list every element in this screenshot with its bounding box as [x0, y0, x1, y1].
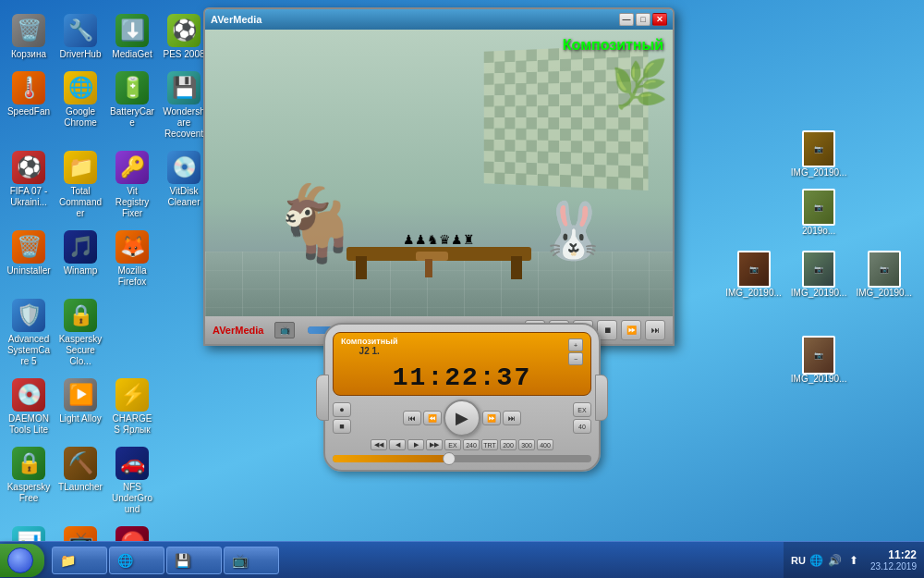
- taskbar-ie-icon: 🌐: [117, 553, 133, 568]
- charges-label: CHARGES Ярлык: [110, 413, 154, 436]
- taskbar-explorer[interactable]: 📁: [52, 547, 107, 574]
- maximize-button[interactable]: □: [636, 13, 650, 26]
- char-left: 🐐: [270, 187, 362, 261]
- avermedia-window[interactable]: AVerMedia — □ ✕: [203, 7, 675, 346]
- remote-mini-3[interactable]: ▶: [407, 439, 424, 450]
- icon-chrome[interactable]: 🌐 Google Chrome: [56, 68, 104, 143]
- kaspersky-secure-icon: 🔒: [64, 299, 97, 332]
- vit-registry-label: Vit Registry Fixer: [110, 186, 154, 219]
- icon-advanced-systemcare[interactable]: 🛡️ Advanced SystemCare 5: [5, 295, 53, 371]
- remote-mini-6[interactable]: 240: [463, 439, 480, 450]
- remote-slider-thumb[interactable]: [443, 452, 456, 465]
- advanced-systemcare-label: Advanced SystemCare 5: [6, 334, 51, 367]
- chrome-label: Google Chrome: [58, 106, 103, 129]
- vit-disk-label: VitDisk Cleaner: [162, 186, 206, 208]
- icon-light-alloy[interactable]: ▶️ Light Alloy: [56, 375, 104, 439]
- desktop-icons-left: 🗑️ Корзина 🔧 DriverHub ⬇️ MediaGet ⚽ PES…: [5, 5, 208, 578]
- icon-firefox[interactable]: 🦊 Mozilla Firefox: [108, 227, 156, 291]
- icon-wondershare[interactable]: 💾 Wondershare Recovent: [160, 68, 208, 143]
- remote-btn-r1[interactable]: EX: [573, 402, 591, 417]
- start-button[interactable]: [0, 544, 44, 577]
- icon-vit-registry[interactable]: 🔑 Vit Registry Fixer: [108, 147, 156, 223]
- taskbar-media[interactable]: 📺: [224, 547, 279, 574]
- icon-speedfan[interactable]: 🌡️ SpeedFan: [5, 68, 53, 143]
- remote-controls-row: ● ■ ⏮ ⏪ ▶ ⏩ ⏭ EX 40: [333, 400, 591, 437]
- driverhub-label: DriverHub: [58, 49, 103, 60]
- icon-charges[interactable]: ⚡ CHARGES Ярлык: [108, 375, 156, 439]
- taskbar-media-icon: 📺: [232, 553, 248, 568]
- remote-right-btns: EX 40: [573, 402, 591, 434]
- next-button[interactable]: ⏩: [621, 320, 641, 340]
- icon-tlauncher[interactable]: ⛏️ TLauncher: [56, 443, 104, 519]
- firefox-icon: 🦊: [116, 230, 149, 264]
- remote-mini-2[interactable]: ◀: [389, 439, 406, 450]
- icon-daemon-tools[interactable]: 💿 DAEMON Tools Lite: [5, 375, 53, 439]
- tray-volume-icon[interactable]: 🔊: [828, 553, 843, 568]
- remote-slider-fill: [333, 455, 449, 462]
- fast-forward-button[interactable]: ⏭: [645, 320, 665, 340]
- right-icon-img2[interactable]: 📷 2019o...: [799, 188, 838, 239]
- start-orb-icon: [7, 547, 33, 573]
- tray-arrow-icon[interactable]: ⬆: [846, 553, 861, 568]
- taskbar-ie[interactable]: 🌐: [109, 547, 164, 574]
- icon-recycle-bin[interactable]: 🗑️ Корзина: [5, 10, 53, 64]
- remote-ch-up[interactable]: +: [568, 338, 583, 351]
- icon-fifa07[interactable]: ⚽ FIFA 07 - Ukraini...: [5, 147, 53, 223]
- right-icon-img3[interactable]: 📷 IMG_20190...: [723, 250, 784, 301]
- icon-pes2008[interactable]: ⚽ PES 2008: [160, 10, 208, 64]
- img2-icon: 📷: [802, 191, 835, 224]
- remote-mini-1[interactable]: ◀◀: [371, 439, 387, 450]
- window-controls: — □ ✕: [619, 13, 667, 26]
- right-icon-img5[interactable]: 📷 IMG_20190...: [853, 250, 915, 301]
- icon-driverhub[interactable]: 🔧 DriverHub: [56, 10, 104, 64]
- close-button[interactable]: ✕: [652, 13, 667, 26]
- taskbar-floppy[interactable]: 💾: [166, 547, 222, 574]
- remote-left-scroll[interactable]: [316, 375, 329, 421]
- remote-channel-num: J2 1.: [341, 346, 397, 356]
- remote-btn-r2[interactable]: 40: [573, 419, 591, 434]
- remote-mini-5[interactable]: EX: [444, 439, 461, 450]
- fifa07-icon: ⚽: [12, 151, 45, 184]
- remote-slider[interactable]: [333, 455, 591, 462]
- icon-mediaget[interactable]: ⬇️ MediaGet: [108, 10, 156, 64]
- remote-ffwd[interactable]: ⏭: [503, 411, 521, 425]
- winamp-label: Winamp: [58, 265, 103, 277]
- icon-nfs[interactable]: 🚗 NFS UnderGround: [108, 443, 156, 519]
- remote-rewind[interactable]: ⏮: [403, 411, 421, 425]
- remote-mini-8[interactable]: 200: [500, 439, 517, 450]
- remote-mini-4[interactable]: ▶▶: [426, 439, 443, 450]
- remote-play[interactable]: ▶: [444, 400, 480, 437]
- right-icon-img6[interactable]: 📷 IMG_20190...: [788, 336, 850, 387]
- icon-vit-disk[interactable]: 💿 VitDisk Cleaner: [160, 147, 208, 223]
- right-icon-img1[interactable]: 📷 IMG_20190...: [788, 129, 850, 180]
- icon-total-commander[interactable]: 📁 Total Commander: [56, 147, 104, 223]
- tray-network-icon[interactable]: 🌐: [809, 553, 824, 568]
- img6-icon: 📷: [802, 338, 835, 372]
- icon-kaspersky-free[interactable]: 🔒 Kaspersky Free: [5, 443, 53, 519]
- remote-btn-1[interactable]: ●: [333, 402, 351, 417]
- icon-winamp[interactable]: 🎵 Winamp: [56, 227, 104, 291]
- icon-uninstaller[interactable]: 🗑️ Uninstaller: [5, 227, 53, 291]
- wondershare-label: Wondershare Recovent: [162, 106, 206, 140]
- right-icon-img4[interactable]: 📷 IMG_20190...: [788, 250, 850, 301]
- remote-btn-2[interactable]: ■: [333, 419, 351, 434]
- remote-ch-down[interactable]: −: [568, 352, 583, 365]
- winamp-icon: 🎵: [64, 230, 97, 264]
- remote-mini-9[interactable]: 300: [518, 439, 535, 450]
- window-titlebar[interactable]: AVerMedia — □ ✕: [205, 9, 673, 30]
- remote-time-display: 11:22:37: [341, 365, 583, 391]
- minimize-button[interactable]: —: [619, 13, 634, 26]
- speedfan-icon: 🌡️: [12, 71, 45, 105]
- remote-prev[interactable]: ⏪: [423, 411, 442, 425]
- icon-kaspersky-secure[interactable]: 🔒 Kaspersky Secure Clo...: [56, 295, 104, 371]
- remote-transport: ⏮ ⏪ ▶ ⏩ ⏭: [403, 400, 521, 437]
- remote-mini-10[interactable]: 400: [537, 439, 553, 450]
- remote-mini-7[interactable]: TRT: [481, 439, 498, 450]
- remote-right-scroll[interactable]: [595, 375, 608, 421]
- img4-label: IMG_20190...: [791, 288, 847, 298]
- kaspersky-secure-label: Kaspersky Secure Clo...: [58, 334, 103, 367]
- remote-side-controls: + −: [568, 338, 583, 365]
- remote-next[interactable]: ⏩: [482, 411, 501, 425]
- icon-batterycare[interactable]: 🔋 BatteryCare: [108, 68, 156, 143]
- pes2008-icon: ⚽: [167, 14, 201, 47]
